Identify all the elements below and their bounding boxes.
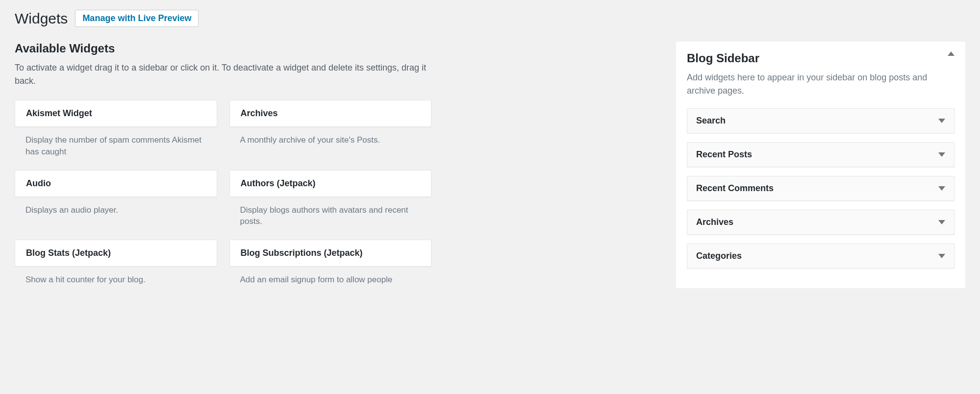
widget-title: Blog Subscriptions (Jetpack) (241, 248, 421, 258)
expand-icon (938, 186, 945, 191)
widget-description: Displays an audio player. (15, 197, 217, 219)
widget-title: Authors (Jetpack) (241, 178, 421, 189)
sidebar-widget-title: Categories (696, 251, 742, 261)
widget-title: Blog Stats (Jetpack) (26, 248, 206, 258)
expand-icon (938, 220, 945, 224)
widget-archives[interactable]: Archives (229, 100, 432, 127)
sidebar-widget-search[interactable]: Search (687, 108, 955, 133)
widget-title: Audio (26, 178, 206, 189)
widget-audio[interactable]: Audio (15, 170, 217, 197)
sidebar-widget-archives[interactable]: Archives (687, 210, 955, 235)
manage-live-preview-button[interactable]: Manage with Live Preview (75, 10, 199, 27)
widget-description: Show a hit counter for your blog. (15, 267, 217, 288)
widget-description: A monthly archive of your site's Posts. (229, 127, 432, 148)
blog-sidebar-panel: Blog Sidebar Add widgets here to appear … (676, 42, 965, 288)
sidebar-widget-recent-posts[interactable]: Recent Posts (687, 142, 955, 167)
sidebar-widget-title: Recent Comments (696, 183, 774, 194)
collapse-icon[interactable] (948, 51, 955, 56)
available-widgets-heading: Available Widgets (15, 42, 431, 55)
widget-description: Display blogs authors with avatars and r… (229, 197, 432, 230)
sidebar-description: Add widgets here to appear in your sideb… (687, 71, 955, 98)
available-widgets-description: To activate a widget drag it to a sideba… (15, 61, 431, 88)
widget-akismet[interactable]: Akismet Widget (15, 100, 217, 127)
expand-icon (938, 152, 945, 157)
sidebar-widget-title: Search (696, 116, 726, 126)
widget-blog-stats-jetpack[interactable]: Blog Stats (Jetpack) (15, 240, 217, 267)
expand-icon (938, 119, 945, 123)
page-title: Widgets (15, 10, 68, 27)
sidebar-title: Blog Sidebar (687, 51, 759, 65)
widget-blog-subscriptions-jetpack[interactable]: Blog Subscriptions (Jetpack) (229, 240, 432, 267)
sidebar-widget-recent-comments[interactable]: Recent Comments (687, 176, 955, 201)
sidebar-widget-categories[interactable]: Categories (687, 244, 955, 269)
widget-title: Akismet Widget (26, 108, 206, 119)
widget-description: Add an email signup form to allow people (229, 267, 432, 288)
sidebar-widget-title: Recent Posts (696, 149, 752, 160)
widget-title: Archives (241, 108, 421, 119)
widget-authors-jetpack[interactable]: Authors (Jetpack) (229, 170, 432, 197)
widget-description: Display the number of spam comments Akis… (15, 127, 217, 160)
expand-icon (938, 254, 945, 258)
sidebar-widget-title: Archives (696, 217, 733, 227)
